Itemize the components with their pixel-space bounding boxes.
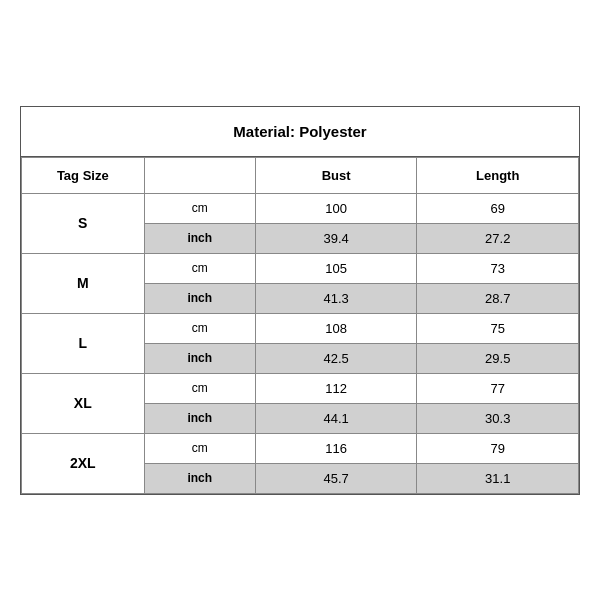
length-inch: 29.5 — [417, 343, 579, 373]
length-inch: 31.1 — [417, 463, 579, 493]
unit-inch: inch — [144, 283, 255, 313]
header-tag-size: Tag Size — [22, 157, 145, 193]
bust-inch: 39.4 — [255, 223, 417, 253]
size-label: S — [22, 193, 145, 253]
header-bust: Bust — [255, 157, 417, 193]
length-inch: 30.3 — [417, 403, 579, 433]
size-label: XL — [22, 373, 145, 433]
bust-cm: 105 — [255, 253, 417, 283]
unit-inch: inch — [144, 463, 255, 493]
bust-inch: 41.3 — [255, 283, 417, 313]
table-row: Scm10069 — [22, 193, 579, 223]
table-row: Mcm10573 — [22, 253, 579, 283]
unit-cm: cm — [144, 253, 255, 283]
bust-cm: 112 — [255, 373, 417, 403]
size-label: L — [22, 313, 145, 373]
length-inch: 27.2 — [417, 223, 579, 253]
unit-cm: cm — [144, 373, 255, 403]
length-cm: 73 — [417, 253, 579, 283]
size-label: 2XL — [22, 433, 145, 493]
unit-cm: cm — [144, 313, 255, 343]
table-row: XLcm11277 — [22, 373, 579, 403]
size-table: Tag Size Bust Length Scm10069inch39.427.… — [21, 157, 579, 494]
table-row: 2XLcm11679 — [22, 433, 579, 463]
unit-cm: cm — [144, 193, 255, 223]
unit-inch: inch — [144, 343, 255, 373]
size-chart-container: Material: Polyester Tag Size Bust Length… — [20, 106, 580, 495]
unit-inch: inch — [144, 223, 255, 253]
chart-title: Material: Polyester — [21, 107, 579, 157]
length-cm: 77 — [417, 373, 579, 403]
length-cm: 75 — [417, 313, 579, 343]
bust-inch: 42.5 — [255, 343, 417, 373]
bust-inch: 45.7 — [255, 463, 417, 493]
size-label: M — [22, 253, 145, 313]
bust-cm: 100 — [255, 193, 417, 223]
bust-cm: 116 — [255, 433, 417, 463]
bust-cm: 108 — [255, 313, 417, 343]
unit-cm: cm — [144, 433, 255, 463]
header-length: Length — [417, 157, 579, 193]
header-unit — [144, 157, 255, 193]
length-cm: 69 — [417, 193, 579, 223]
length-cm: 79 — [417, 433, 579, 463]
table-row: Lcm10875 — [22, 313, 579, 343]
unit-inch: inch — [144, 403, 255, 433]
length-inch: 28.7 — [417, 283, 579, 313]
bust-inch: 44.1 — [255, 403, 417, 433]
